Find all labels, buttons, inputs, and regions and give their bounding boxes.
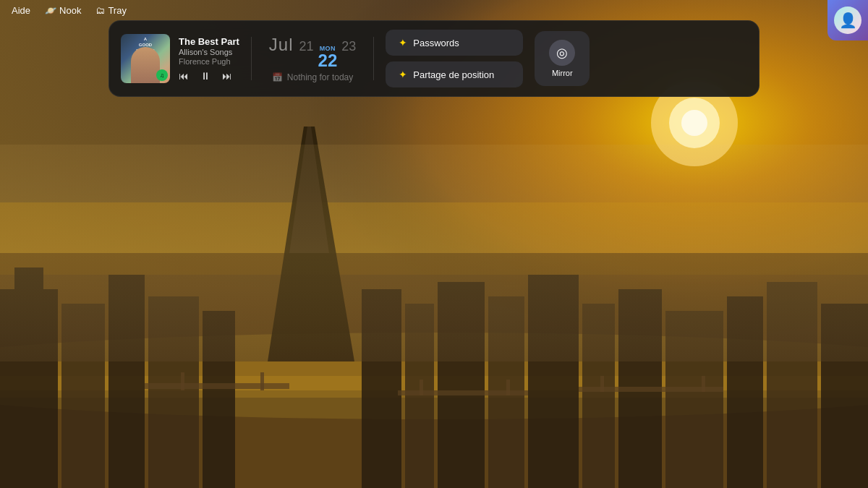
menubar-left: Aide 🪐 Nook 🗂 Tray — [6, 4, 132, 17]
svg-rect-11 — [109, 275, 145, 488]
svg-rect-8 — [0, 289, 58, 488]
month-label: Jul — [269, 35, 294, 55]
svg-rect-21 — [582, 304, 615, 488]
partage-button[interactable]: ✦ Partage de position — [386, 61, 523, 87]
passwords-label: Passwords — [413, 38, 459, 48]
day-current-container: MON 22 — [318, 45, 338, 69]
svg-rect-31 — [420, 380, 423, 395]
svg-rect-34 — [600, 376, 604, 392]
aide-label: Aide — [12, 5, 30, 16]
svg-rect-18 — [438, 282, 485, 488]
partage-label: Partage de position — [413, 69, 494, 80]
svg-rect-29 — [260, 372, 264, 390]
svg-rect-32 — [506, 380, 510, 395]
svg-rect-36 — [0, 145, 868, 361]
control-strip: AGOODPERSON ♫ The Best Part Allison's So… — [109, 20, 760, 97]
action-buttons: ✦ Passwords ✦ Partage de position — [386, 30, 523, 87]
divider-2 — [373, 37, 374, 80]
svg-rect-4 — [0, 253, 868, 488]
svg-marker-14 — [268, 127, 354, 361]
album-art-person — [131, 47, 160, 83]
nook-menu[interactable]: 🪐 Nook — [39, 4, 87, 17]
day-prev: 21 — [299, 39, 314, 54]
passwords-button[interactable]: ✦ Passwords — [386, 30, 523, 56]
day-next: 23 — [341, 39, 356, 54]
music-player: AGOODPERSON ♫ The Best Part Allison's So… — [121, 34, 239, 83]
svg-rect-20 — [528, 275, 579, 488]
svg-rect-22 — [618, 289, 662, 488]
svg-rect-30 — [398, 390, 528, 395]
svg-rect-19 — [488, 296, 524, 488]
svg-rect-13 — [203, 311, 235, 488]
svg-rect-28 — [181, 372, 184, 390]
svg-point-38 — [669, 98, 720, 148]
next-icon: ⏭ — [222, 70, 232, 82]
album-art: AGOODPERSON ♫ — [121, 34, 170, 83]
mirror-label: Mirror — [552, 69, 573, 77]
day-current: 22 — [318, 52, 338, 69]
date-row: Jul 21 MON 22 23 — [269, 35, 356, 69]
top-right-avatar[interactable]: 👤 — [827, 0, 868, 40]
svg-rect-25 — [767, 282, 817, 488]
svg-rect-26 — [821, 304, 868, 488]
tray-menu[interactable]: 🗂 Tray — [90, 4, 132, 17]
spotify-badge: ♫ — [156, 69, 168, 81]
svg-rect-24 — [727, 296, 763, 488]
svg-rect-12 — [148, 296, 199, 488]
prev-button[interactable]: ⏮ — [179, 70, 189, 82]
svg-point-5 — [0, 333, 868, 419]
mirror-icon: ◎ — [549, 40, 575, 66]
svg-point-39 — [681, 110, 707, 136]
mirror-button[interactable]: ◎ Mirror — [535, 31, 590, 86]
svg-rect-6 — [0, 361, 868, 390]
track-album: Allison's Songs — [179, 48, 239, 56]
track-info: The Best Part Allison's Songs Florence P… — [179, 36, 239, 82]
svg-rect-9 — [14, 267, 43, 289]
mirror-symbol: ◎ — [556, 45, 568, 61]
tray-icon: 🗂 — [95, 5, 105, 16]
next-button[interactable]: ⏭ — [222, 70, 232, 82]
calendar-section: Jul 21 MON 22 23 📅 Nothing for today — [263, 35, 362, 82]
tray-label: Tray — [108, 5, 127, 16]
playback-controls: ⏮ ⏸ ⏭ — [179, 70, 239, 82]
svg-marker-15 — [289, 127, 329, 253]
avatar: 👤 — [834, 7, 861, 34]
nook-icon: 🪐 — [45, 5, 56, 16]
sparkle-icon-2: ✦ — [399, 69, 407, 80]
track-artist: Florence Pugh — [179, 57, 239, 66]
spotify-icon: ♫ — [160, 72, 164, 79]
svg-rect-23 — [665, 311, 723, 488]
avatar-icon: 👤 — [839, 12, 857, 29]
svg-rect-27 — [145, 383, 289, 389]
prev-icon: ⏮ — [179, 70, 189, 82]
svg-rect-33 — [579, 387, 723, 392]
no-events-label: Nothing for today — [287, 72, 353, 82]
svg-rect-35 — [702, 376, 705, 392]
pause-button[interactable]: ⏸ — [200, 70, 210, 82]
pause-icon: ⏸ — [200, 70, 210, 82]
calendar-icon: 📅 — [272, 72, 283, 82]
svg-rect-16 — [362, 289, 401, 488]
svg-rect-17 — [405, 304, 434, 488]
nook-label: Nook — [59, 5, 81, 16]
sparkle-icon-1: ✦ — [399, 37, 407, 48]
divider-1 — [251, 37, 252, 80]
svg-rect-7 — [0, 376, 868, 398]
svg-rect-10 — [61, 304, 105, 488]
aide-menu[interactable]: Aide — [6, 4, 36, 17]
svg-rect-3 — [0, 202, 868, 275]
menubar: Aide 🪐 Nook 🗂 Tray ⚙ — [0, 0, 868, 20]
track-title: The Best Part — [179, 36, 239, 47]
calendar-event-row: 📅 Nothing for today — [272, 72, 353, 82]
date-numbers: 21 MON 22 23 — [299, 39, 357, 69]
